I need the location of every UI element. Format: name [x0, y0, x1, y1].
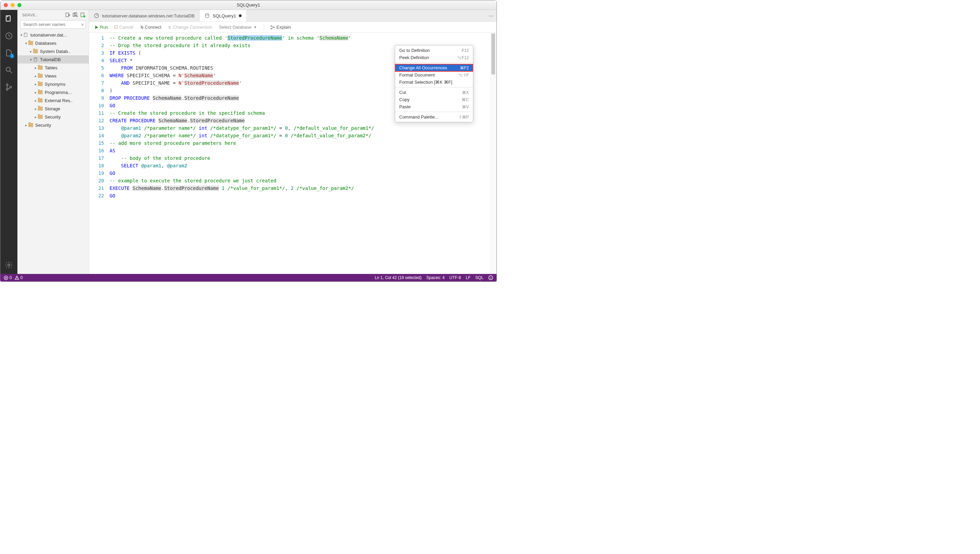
menu-command-palette[interactable]: Command Palette...⇧⌘P — [395, 113, 473, 121]
tutorialdb-label: TutorialDB — [40, 57, 61, 62]
svg-rect-19 — [115, 26, 118, 28]
chevron-down-icon[interactable] — [28, 58, 33, 61]
app-window: SQLQuery1 1 — [0, 0, 497, 282]
menu-peek-definition[interactable]: Peek Definition⌥F12 — [395, 54, 473, 61]
databases-label: Databases — [35, 41, 56, 46]
status-encoding[interactable]: UTF-8 — [449, 275, 461, 280]
run-button[interactable]: Run — [92, 24, 110, 30]
server-status-icon[interactable] — [80, 12, 86, 18]
change-connection-label: Change Connection — [173, 25, 212, 30]
sidebar-search-wrap: × — [20, 20, 86, 29]
maximize-window-button[interactable] — [18, 3, 22, 7]
explain-label: Explain — [277, 25, 291, 30]
tab-sqlquery[interactable]: SQLQuery1 — [200, 10, 247, 22]
views-node[interactable]: Views — [18, 72, 89, 80]
menu-change-all-occurrences[interactable]: Change All Occurrences⌘F2 — [395, 64, 473, 71]
svg-point-5 — [6, 84, 8, 86]
editor-tabs: tutorialserver.database.windows.net:Tuto… — [89, 10, 496, 22]
svg-point-21 — [270, 28, 272, 29]
servers-activity-icon[interactable] — [4, 14, 14, 24]
chevron-right-icon[interactable] — [33, 107, 38, 111]
chevron-down-icon[interactable] — [19, 33, 24, 37]
change-connection-button[interactable]: Change Connection — [165, 24, 214, 30]
databases-node[interactable]: Databases — [18, 39, 89, 47]
minimize-window-button[interactable] — [11, 3, 15, 7]
feedback-icon[interactable] — [488, 275, 493, 280]
menu-format-selection[interactable]: Format Selection [⌘K ⌘F] — [395, 78, 473, 86]
new-group-icon[interactable] — [72, 12, 78, 18]
explain-button[interactable]: Explain — [268, 24, 293, 30]
sidebar-search-input[interactable] — [20, 20, 86, 29]
tab-overflow-button[interactable]: ⋯ — [485, 10, 496, 22]
folder-icon — [28, 123, 34, 128]
run-label: Run — [100, 25, 108, 30]
svg-point-26 — [488, 276, 493, 280]
folder-icon — [38, 115, 43, 119]
menu-format-document[interactable]: Format Document⌥⇧F — [395, 71, 473, 78]
connect-button[interactable]: Connect — [137, 24, 163, 30]
status-errors[interactable]: 0 — [4, 275, 12, 280]
menu-separator — [395, 112, 473, 112]
chevron-down-icon: ▼ — [253, 25, 257, 29]
server-label: tutorialserver.dat... — [30, 32, 67, 38]
security-inner-node[interactable]: Security — [18, 113, 89, 121]
history-activity-icon[interactable] — [4, 31, 14, 41]
svg-point-25 — [16, 278, 17, 279]
chevron-right-icon[interactable] — [33, 74, 38, 78]
unsaved-indicator-icon — [239, 14, 242, 17]
chevron-right-icon[interactable] — [33, 115, 38, 119]
explorer-activity-icon[interactable]: 1 — [4, 48, 14, 58]
select-database-dropdown[interactable]: Select Database ▼ — [216, 24, 260, 30]
status-warnings[interactable]: 0 — [15, 275, 23, 280]
sql-file-icon — [204, 13, 210, 18]
external-resources-node[interactable]: External Res.. — [18, 96, 89, 104]
menu-goto-definition[interactable]: Go to DefinitionF12 — [395, 47, 473, 54]
search-activity-icon[interactable] — [4, 65, 14, 75]
settings-activity-icon[interactable] — [4, 260, 14, 270]
security-outer-node[interactable]: Security — [18, 121, 89, 129]
folder-icon — [38, 73, 43, 78]
tab-connection-label: tutorialserver.database.windows.net:Tuto… — [102, 13, 194, 18]
svg-point-22 — [273, 27, 274, 28]
minimap-thumb[interactable] — [492, 34, 495, 75]
cancel-button[interactable]: Cancel — [112, 24, 135, 30]
chevron-right-icon[interactable] — [33, 91, 38, 94]
main-area: tutorialserver.database.windows.net:Tuto… — [89, 10, 496, 274]
status-language[interactable]: SQL — [475, 275, 484, 280]
storage-node[interactable]: Storage — [18, 104, 89, 113]
cancel-label: Cancel — [119, 25, 133, 30]
chevron-right-icon[interactable] — [33, 82, 38, 86]
folder-icon — [33, 49, 38, 54]
menu-separator — [395, 87, 473, 88]
connect-label: Connect — [145, 25, 161, 30]
chevron-down-icon[interactable] — [24, 42, 28, 45]
chevron-right-icon[interactable] — [28, 49, 33, 53]
server-node[interactable]: tutorialserver.dat... — [18, 31, 89, 39]
status-eol[interactable]: LF — [466, 275, 471, 280]
programmability-node[interactable]: Programma... — [18, 88, 89, 96]
storage-label: Storage — [45, 106, 60, 111]
context-menu: Go to DefinitionF12 Peek Definition⌥F12 … — [395, 45, 473, 122]
body: 1 SERVE.. × — [0, 10, 496, 274]
warnings-count: 0 — [21, 275, 23, 280]
new-connection-icon[interactable] — [65, 12, 71, 18]
status-spaces[interactable]: Spaces: 4 — [426, 275, 445, 280]
status-cursor[interactable]: Ln 1, Col 42 (19 selected) — [375, 275, 422, 280]
chevron-right-icon[interactable] — [33, 66, 38, 70]
close-window-button[interactable] — [4, 3, 8, 7]
clear-search-icon[interactable]: × — [81, 22, 84, 27]
minimap[interactable] — [490, 33, 496, 274]
chevron-right-icon[interactable] — [24, 123, 28, 127]
menu-paste[interactable]: Paste⌘V — [395, 103, 473, 110]
source-control-activity-icon[interactable] — [4, 82, 14, 92]
menu-cut[interactable]: Cut⌘X — [395, 89, 473, 96]
tab-connection[interactable]: tutorialserver.database.windows.net:Tuto… — [89, 10, 200, 22]
synonyms-node[interactable]: Synonyms — [18, 80, 89, 88]
line-number-gutter: 12345678910111213141516171819202122 — [89, 33, 108, 274]
svg-point-18 — [205, 14, 209, 15]
tutorialdb-node[interactable]: TutorialDB — [18, 55, 89, 64]
menu-copy[interactable]: Copy⌘C — [395, 96, 473, 103]
system-databases-node[interactable]: System Datab.. — [18, 47, 89, 55]
tables-node[interactable]: Tables — [18, 64, 89, 72]
chevron-right-icon[interactable] — [33, 99, 38, 102]
